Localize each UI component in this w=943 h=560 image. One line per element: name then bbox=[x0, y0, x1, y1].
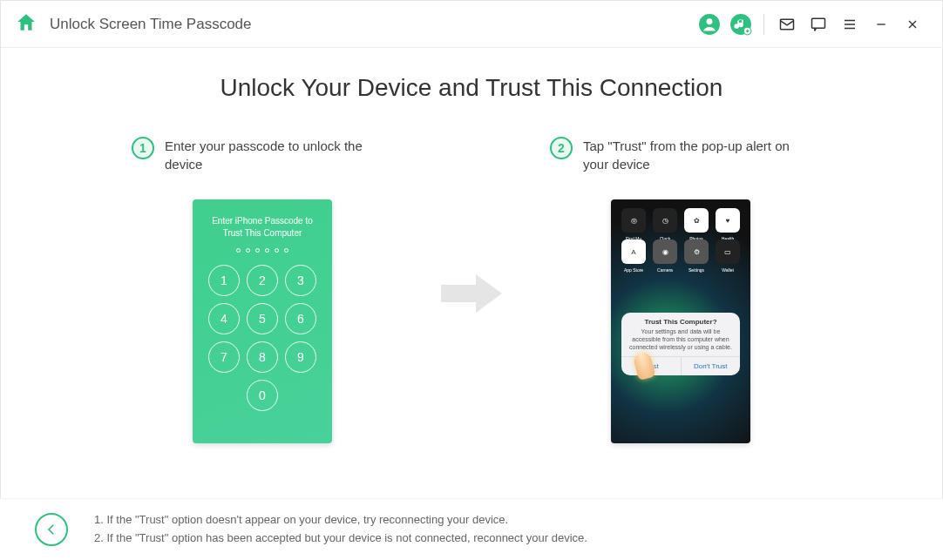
svg-point-1 bbox=[707, 18, 713, 24]
app-icon: ▭Wallet bbox=[716, 240, 740, 264]
key-0: 0 bbox=[247, 380, 278, 411]
divider bbox=[763, 14, 764, 35]
minimize-button[interactable] bbox=[865, 9, 897, 40]
step-1-number: 1 bbox=[132, 137, 154, 159]
dont-trust-button: Don't Trust bbox=[682, 357, 741, 375]
passcode-dots bbox=[201, 248, 323, 253]
app-icon: ♥Health bbox=[716, 208, 740, 233]
close-button[interactable] bbox=[897, 9, 928, 40]
alert-body: Your settings and data will be accessibl… bbox=[621, 327, 740, 356]
step-1-text: Enter your passcode to unlock the device bbox=[165, 137, 393, 173]
arrow-icon bbox=[437, 137, 506, 450]
page-title: Unlock Screen Time Passcode bbox=[50, 16, 252, 33]
key-9: 9 bbox=[285, 341, 316, 373]
step-1: 1 Enter your passcode to unlock the devi… bbox=[132, 137, 393, 443]
app-icon: ⚙Settings bbox=[684, 240, 709, 264]
key-2: 2 bbox=[247, 265, 278, 296]
home-icon[interactable] bbox=[15, 11, 37, 37]
main-content: Unlock Your Device and Trust This Connec… bbox=[1, 48, 942, 450]
step-2: 2 Tap "Trust" from the pop-up alert on y… bbox=[550, 137, 811, 443]
key-1: 1 bbox=[208, 265, 240, 296]
key-6: 6 bbox=[285, 303, 316, 334]
svg-rect-5 bbox=[812, 18, 825, 28]
key-3: 3 bbox=[285, 265, 316, 296]
alert-title: Trust This Computer? bbox=[621, 313, 740, 327]
key-8: 8 bbox=[247, 341, 278, 373]
account-icon[interactable] bbox=[694, 9, 725, 40]
keypad: 1 2 3 4 5 6 7 8 9 0 bbox=[201, 265, 323, 411]
music-transfer-icon[interactable] bbox=[725, 9, 756, 40]
footer-note-1: 1. If the "Trust" option doesn't appear … bbox=[94, 511, 587, 530]
title-bar: Unlock Screen Time Passcode bbox=[1, 1, 942, 48]
passcode-prompt: Enter iPhone Passcode to Trust This Comp… bbox=[201, 215, 323, 240]
key-4: 4 bbox=[208, 303, 240, 334]
app-icon: ◎Find My bbox=[621, 208, 646, 233]
footer: 1. If the "Trust" option doesn't appear … bbox=[0, 498, 943, 560]
menu-icon[interactable] bbox=[834, 9, 865, 40]
key-7: 7 bbox=[208, 341, 240, 373]
feedback-icon[interactable] bbox=[803, 9, 834, 40]
footer-note-2: 2. If the "Trust" option has been accept… bbox=[94, 530, 587, 548]
trust-phone-illustration: ◎Find My◷Clock✿Photos♥HealthAApp Store◉C… bbox=[611, 199, 750, 443]
back-button[interactable] bbox=[35, 513, 68, 546]
step-2-number: 2 bbox=[550, 137, 573, 159]
step-2-text: Tap "Trust" from the pop-up alert on you… bbox=[583, 137, 811, 173]
main-heading: Unlock Your Device and Trust This Connec… bbox=[36, 74, 907, 102]
footer-notes: 1. If the "Trust" option doesn't appear … bbox=[94, 511, 587, 548]
passcode-phone-illustration: Enter iPhone Passcode to Trust This Comp… bbox=[193, 199, 332, 443]
app-icon: ◷Clock bbox=[653, 208, 677, 233]
app-icon: ◉Camera bbox=[653, 240, 677, 264]
mail-icon[interactable] bbox=[771, 9, 803, 40]
key-5: 5 bbox=[247, 303, 278, 334]
app-icon: ✿Photos bbox=[684, 208, 709, 233]
app-icon: AApp Store bbox=[621, 240, 646, 264]
